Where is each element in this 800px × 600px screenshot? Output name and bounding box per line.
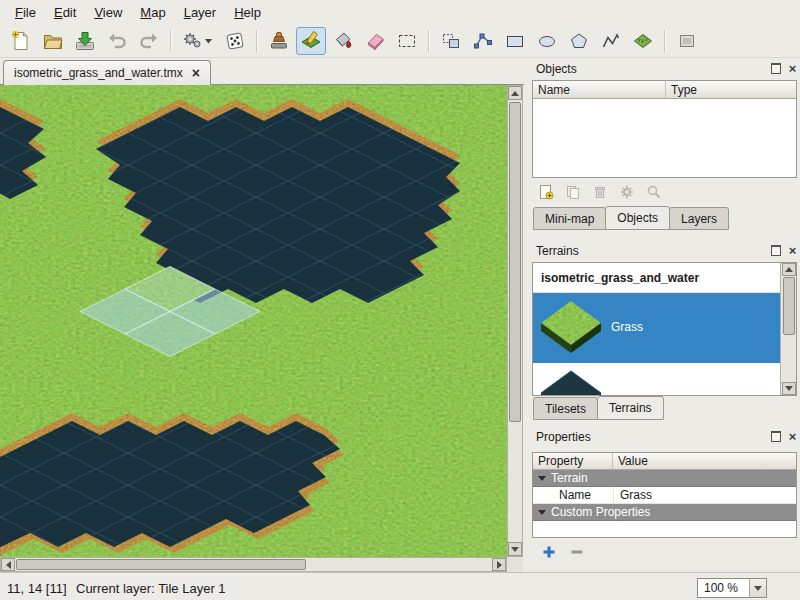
scrollbar-corner: [507, 557, 523, 572]
column-type[interactable]: Type: [666, 81, 796, 98]
zoom-combobox[interactable]: 100 %: [697, 578, 767, 598]
remove-objects-button[interactable]: [590, 182, 610, 202]
toolbar-separator: [256, 30, 258, 52]
map-canvas[interactable]: [0, 85, 507, 557]
close-dock-button[interactable]: ×: [786, 62, 799, 75]
duplicate-objects-button[interactable]: [563, 182, 583, 202]
close-dock-button[interactable]: ×: [786, 430, 799, 443]
stamp-brush-button[interactable]: [264, 27, 294, 55]
scroll-up-button[interactable]: [782, 263, 796, 276]
menu-map[interactable]: Map: [131, 2, 174, 23]
ellipse-icon: [536, 30, 558, 52]
redo-button[interactable]: [134, 27, 164, 55]
terrain-item-water[interactable]: Water: [533, 363, 780, 396]
close-icon: ×: [789, 64, 797, 74]
column-name[interactable]: Name: [533, 81, 666, 98]
scroll-up-button[interactable]: [508, 86, 522, 100]
menu-layer[interactable]: Layer: [175, 2, 226, 23]
canvas-vertical-scrollbar[interactable]: [507, 85, 523, 557]
bucket-icon: [332, 30, 354, 52]
tab-tilesets[interactable]: Tilesets: [533, 397, 598, 420]
terrains-scrollbar[interactable]: [780, 263, 796, 395]
scroll-left-button[interactable]: [1, 558, 15, 571]
insert-tile-button[interactable]: [628, 27, 658, 55]
tile-coordinates: 11, 14 [11]: [7, 581, 67, 596]
document-tab-label: isometric_grass_and_water.tmx: [14, 66, 183, 80]
vertical-scroll-thumb[interactable]: [509, 102, 521, 422]
close-tab-icon[interactable]: ×: [192, 67, 200, 79]
close-icon: ×: [789, 432, 797, 442]
property-group-custom[interactable]: Custom Properties: [533, 504, 796, 521]
terrain-label: Grass: [611, 320, 643, 334]
insert-polygon-button[interactable]: [564, 27, 594, 55]
open-button[interactable]: [38, 27, 68, 55]
eraser-icon: [364, 30, 386, 52]
terrains-tileset-header[interactable]: isometric_grass_and_water: [533, 263, 780, 293]
float-icon: [771, 431, 781, 442]
tab-mini-map[interactable]: Mini-map: [533, 207, 606, 230]
highlight-layer-icon: [676, 30, 698, 52]
terrains-list: isometric_grass_and_water Grass Water: [532, 262, 797, 396]
zoom-value: 100 %: [698, 581, 749, 595]
zoom-to-object-button[interactable]: [644, 182, 664, 202]
property-group-terrain[interactable]: Terrain: [533, 470, 796, 487]
rectangular-select-button[interactable]: [392, 27, 422, 55]
toolbar-separator: [664, 30, 666, 52]
trash-icon: [592, 184, 608, 200]
save-button[interactable]: [70, 27, 100, 55]
terrains-dock-buttons: ×: [769, 244, 799, 257]
canvas-horizontal-scrollbar[interactable]: [0, 557, 507, 572]
menu-edit[interactable]: Edit: [45, 2, 85, 23]
tab-objects[interactable]: Objects: [605, 206, 670, 230]
tab-terrains[interactable]: Terrains: [597, 396, 664, 420]
new-button[interactable]: [6, 27, 36, 55]
remove-property-button[interactable]: [568, 544, 586, 560]
terrain-brush-button[interactable]: [296, 27, 326, 55]
menu-file[interactable]: File: [6, 2, 45, 23]
bucket-fill-button[interactable]: [328, 27, 358, 55]
group-label: Terrain: [551, 471, 588, 485]
map-image: [0, 85, 507, 557]
property-row-name[interactable]: Name Grass: [533, 487, 796, 504]
commands-button[interactable]: [178, 27, 218, 55]
insert-polyline-button[interactable]: [596, 27, 626, 55]
add-object-button[interactable]: [536, 182, 556, 202]
terrain-brush-icon: [300, 30, 322, 52]
current-layer-label: Current layer: Tile Layer 1: [76, 581, 226, 596]
undo-icon: [106, 30, 128, 52]
up-arrow-icon: [785, 267, 793, 272]
highlight-current-layer-button[interactable]: [672, 27, 702, 55]
insert-rectangle-button[interactable]: [500, 27, 530, 55]
properties-header: Property Value: [533, 453, 796, 470]
undo-button[interactable]: [102, 27, 132, 55]
edit-polygons-button[interactable]: [468, 27, 498, 55]
eraser-button[interactable]: [360, 27, 390, 55]
column-property[interactable]: Property: [533, 453, 613, 469]
menubar: File Edit View Map Layer Help: [0, 0, 800, 24]
random-mode-button[interactable]: [220, 27, 250, 55]
property-value[interactable]: Grass: [613, 487, 796, 503]
select-objects-button[interactable]: [436, 27, 466, 55]
object-properties-button[interactable]: [617, 182, 637, 202]
vertical-scroll-thumb[interactable]: [783, 277, 795, 335]
tab-layers[interactable]: Layers: [669, 207, 729, 230]
insert-ellipse-button[interactable]: [532, 27, 562, 55]
float-dock-button[interactable]: [769, 62, 782, 75]
float-dock-button[interactable]: [769, 244, 782, 257]
properties-dock-buttons: ×: [769, 430, 799, 443]
float-dock-button[interactable]: [769, 430, 782, 443]
scroll-down-button[interactable]: [782, 382, 796, 395]
terrain-item-grass[interactable]: Grass: [533, 293, 780, 363]
add-property-button[interactable]: [540, 544, 558, 560]
document-tab[interactable]: isometric_grass_and_water.tmx ×: [3, 60, 211, 85]
zoom-dropdown-button[interactable]: [749, 579, 766, 597]
column-value[interactable]: Value: [613, 453, 796, 469]
scroll-right-button[interactable]: [492, 558, 506, 571]
menu-help[interactable]: Help: [225, 2, 270, 23]
horizontal-scroll-thumb[interactable]: [16, 559, 306, 570]
menu-view[interactable]: View: [85, 2, 131, 23]
right-arrow-icon: [497, 561, 502, 569]
rectangle-icon: [504, 30, 526, 52]
close-dock-button[interactable]: ×: [786, 244, 799, 257]
scroll-down-button[interactable]: [508, 542, 522, 556]
